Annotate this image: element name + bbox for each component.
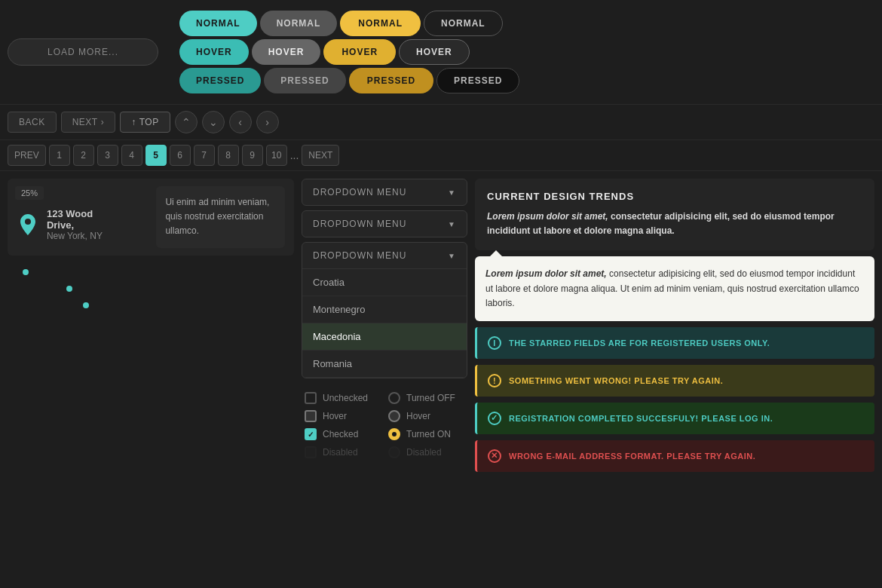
next-page-button[interactable]: NEXT xyxy=(302,145,339,166)
alert-info: i THE STARRED FIELDS ARE FOR REGISTERED … xyxy=(475,327,874,359)
main-content: 25% 123 Wood Drive, New York, NY Ui enim… xyxy=(0,171,882,588)
dropdown-1[interactable]: DROPDOWN MENU ▼ xyxy=(302,179,467,206)
page-7-button[interactable]: 7 xyxy=(194,145,215,166)
alert-success: ✓ REGISTRATION COMPLETED SUCCESFULY! PLE… xyxy=(475,403,874,434)
dropdown-3-chevron: ▼ xyxy=(448,252,456,260)
up-circle-button[interactable]: ⌃ xyxy=(175,111,198,133)
map-card: 25% 123 Wood Drive, New York, NY Ui enim… xyxy=(8,179,294,256)
right-panel: CURRENT DESIGN TRENDS Lorem ipsum dolor … xyxy=(475,179,874,588)
left-circle-button[interactable]: ‹ xyxy=(229,111,252,133)
dropdown-item-romania[interactable]: Romania xyxy=(302,351,467,378)
page-2-button[interactable]: 2 xyxy=(73,145,94,166)
pagination-dots[interactable]: ... xyxy=(290,149,299,161)
prev-page-button[interactable]: PREV xyxy=(8,145,46,166)
trends-text: Lorem ipsum dolor sit amet, consectetur … xyxy=(487,210,862,238)
trends-card: CURRENT DESIGN TRENDS Lorem ipsum dolor … xyxy=(475,179,874,250)
map-address: 123 Wood Drive, xyxy=(47,208,103,231)
dropdown-3: DROPDOWN MENU ▼ Croatia Montenegro Maced… xyxy=(302,242,467,378)
button-states-group: NORMAL NORMAL NORMAL NORMAL HOVER HOVER … xyxy=(179,11,519,93)
checkbox-hover-label: Hover xyxy=(323,411,347,421)
load-more-button[interactable]: LOAD MORE... xyxy=(8,38,158,66)
checkbox-unchecked-box[interactable] xyxy=(305,392,317,404)
map-dot-3 xyxy=(83,302,89,308)
map-dot-1 xyxy=(23,269,29,275)
dot-row-3 xyxy=(23,302,279,308)
info-icon: i xyxy=(488,336,501,350)
teal-pressed-button[interactable]: PRESSED xyxy=(179,68,261,93)
dark-hover-button[interactable]: HOVER xyxy=(399,39,470,65)
radio-off-label: Turned OFF xyxy=(406,393,455,403)
checkbox-disabled-label: Disabled xyxy=(323,447,358,458)
radio-hover-dot[interactable] xyxy=(388,410,400,422)
checkbox-hover[interactable]: Hover xyxy=(305,410,381,422)
radio-on[interactable]: Turned ON xyxy=(388,428,464,440)
map-pin-icon xyxy=(17,210,39,240)
radio-disabled-label: Disabled xyxy=(406,447,442,458)
tooltip-bold: Lorem ipsum dolor sit amet, xyxy=(485,268,607,279)
radio-off-dot[interactable] xyxy=(388,392,400,404)
checkbox-disabled-box xyxy=(305,446,317,458)
yellow-pressed-button[interactable]: PRESSED xyxy=(349,68,433,93)
yellow-normal-button[interactable]: NORMAL xyxy=(340,11,421,36)
radio-on-dot[interactable] xyxy=(388,428,400,440)
alert-info-text: THE STARRED FIELDS ARE FOR REGISTERED US… xyxy=(509,338,770,348)
warning-icon: ! xyxy=(488,374,501,387)
alert-error: ✕ WRONG E-MAIL ADDRESS FORMAT. PLEASE TR… xyxy=(475,440,874,472)
page-6-button[interactable]: 6 xyxy=(170,145,191,166)
dropdown-3-label: DROPDOWN MENU xyxy=(313,250,406,261)
dot-row-1 xyxy=(23,269,279,275)
dropdown-item-macedonia[interactable]: Macedonia xyxy=(302,323,467,351)
page-1-button[interactable]: 1 xyxy=(49,145,70,166)
success-icon: ✓ xyxy=(488,412,501,425)
radio-hover[interactable]: Hover xyxy=(388,410,464,422)
page-4-button[interactable]: 4 xyxy=(121,145,142,166)
page-9-button[interactable]: 9 xyxy=(242,145,263,166)
chevron-right-icon: › xyxy=(265,116,269,128)
checkbox-checked-box[interactable]: ✓ xyxy=(305,428,317,440)
top-section: LOAD MORE... NORMAL NORMAL NORMAL NORMAL… xyxy=(0,0,882,105)
map-dot-2 xyxy=(66,286,72,292)
checkbox-unchecked[interactable]: Unchecked xyxy=(305,392,381,404)
percent-badge: 25% xyxy=(15,186,44,200)
alert-warning-text: SOMETHING WENT WRONG! PLEASE TRY AGAIN. xyxy=(509,376,723,385)
teal-hover-button[interactable]: HOVER xyxy=(179,39,249,65)
dropdown-1-label: DROPDOWN MENU xyxy=(313,187,406,198)
radio-hover-label: Hover xyxy=(406,411,430,421)
map-tooltip: Ui enim ad minim veniam, quis nostrud ex… xyxy=(156,186,285,248)
gray-pressed-button[interactable]: PRESSED xyxy=(264,68,345,93)
back-button[interactable]: BACK xyxy=(8,112,57,133)
page-5-button[interactable]: 5 xyxy=(145,145,167,166)
dark-normal-button[interactable]: NORMAL xyxy=(424,11,503,36)
map-dots-container xyxy=(8,262,294,316)
dropdown-3-header[interactable]: DROPDOWN MENU ▼ xyxy=(302,243,467,269)
chevron-left-icon: ‹ xyxy=(238,116,242,128)
yellow-hover-button[interactable]: HOVER xyxy=(323,39,396,65)
alert-error-text: WRONG E-MAIL ADDRESS FORMAT. PLEASE TRY … xyxy=(509,452,755,461)
error-icon: ✕ xyxy=(488,449,501,463)
dropdown-2[interactable]: DROPDOWN MENU ▼ xyxy=(302,210,467,237)
down-circle-button[interactable]: ⌄ xyxy=(202,111,225,133)
checkbox-disabled: Disabled xyxy=(305,446,381,458)
top-button[interactable]: ↑ TOP xyxy=(120,112,170,133)
page-3-button[interactable]: 3 xyxy=(97,145,118,166)
checkbox-hover-box[interactable] xyxy=(305,410,317,422)
radio-off[interactable]: Turned OFF xyxy=(388,392,464,404)
page-8-button[interactable]: 8 xyxy=(218,145,239,166)
checkboxes-section: Unchecked Turned OFF Hover Hover ✓ Check… xyxy=(302,389,467,461)
page-10-button[interactable]: 10 xyxy=(266,145,287,166)
next-button[interactable]: NEXT › xyxy=(61,112,116,133)
teal-normal-button[interactable]: NORMAL xyxy=(179,11,257,36)
map-city: New York, NY xyxy=(47,231,103,241)
dropdown-item-croatia[interactable]: Croatia xyxy=(302,269,467,296)
dropdown-1-chevron: ▼ xyxy=(448,188,456,197)
checkbox-checked[interactable]: ✓ Checked xyxy=(305,428,381,440)
right-circle-button[interactable]: › xyxy=(256,111,279,133)
next-arrow-icon: › xyxy=(101,117,105,127)
gray-hover-button[interactable]: HOVER xyxy=(252,39,321,65)
dropdown-2-label: DROPDOWN MENU xyxy=(313,219,406,229)
hover-row: HOVER HOVER HOVER HOVER xyxy=(179,39,519,65)
dropdown-item-montenegro[interactable]: Montenegro xyxy=(302,296,467,323)
gray-normal-button[interactable]: NORMAL xyxy=(260,11,338,36)
dropdown-2-chevron: ▼ xyxy=(448,220,456,228)
dark-pressed-button[interactable]: PRESSED xyxy=(436,68,519,93)
